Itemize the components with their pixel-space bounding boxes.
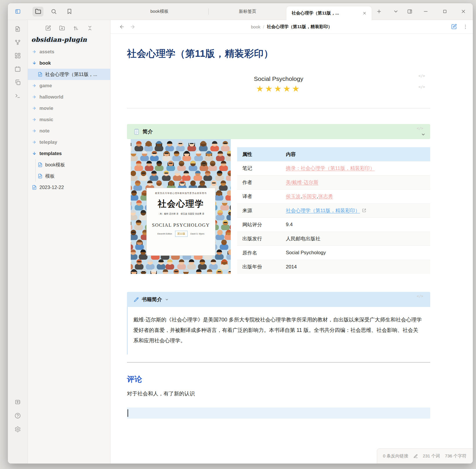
breadcrumb-folder[interactable]: book bbox=[251, 24, 261, 29]
tree-item-folder[interactable]: teleplay bbox=[28, 137, 110, 148]
more-options-icon[interactable] bbox=[463, 24, 468, 30]
canvas-icon[interactable] bbox=[12, 49, 23, 62]
arrow-right-icon bbox=[32, 83, 37, 88]
maximize-icon[interactable] bbox=[439, 6, 450, 16]
tree-item-label: templates bbox=[39, 151, 62, 156]
tab-book-template[interactable]: book模板 bbox=[110, 3, 208, 20]
book-cover-card: 教育部高等学校心理学教学指导委员会推荐用书 社会心理学 〔美〕戴维·迈尔斯 著 … bbox=[146, 188, 215, 256]
back-icon[interactable] bbox=[119, 24, 125, 30]
property-value: 美/戴维·迈尔斯 bbox=[281, 175, 430, 190]
property-value: 摘录：社会心理学（第11版，精装彩印） bbox=[281, 161, 430, 176]
tree-item-folder[interactable]: note bbox=[28, 125, 110, 137]
tree-item-file[interactable]: 社会心理学（第11版，... bbox=[28, 69, 110, 80]
minimize-icon[interactable] bbox=[420, 6, 431, 16]
internal-link[interactable]: 摘录：社会心理学（第11版，精装彩印） bbox=[286, 166, 375, 171]
properties-table: 属性内容笔记摘录：社会心理学（第11版，精装彩印）作者美/戴维·迈尔斯译者侯玉波… bbox=[237, 147, 430, 274]
forward-icon[interactable] bbox=[130, 24, 135, 30]
book-intro-callout-label: 书籍简介 bbox=[142, 296, 162, 303]
internal-link[interactable]: 乐国安 bbox=[302, 194, 317, 199]
help-icon[interactable] bbox=[12, 409, 23, 422]
property-label: 笔记 bbox=[237, 161, 281, 176]
internal-link[interactable]: 张志勇 bbox=[318, 194, 333, 199]
tree-item-label: teleplay bbox=[39, 139, 57, 145]
tab-active-note[interactable]: 社会心理学（第11版，... bbox=[286, 6, 372, 20]
internal-link[interactable]: 侯玉波 bbox=[286, 194, 301, 199]
arrow-right-icon bbox=[32, 49, 37, 54]
tab-strip: book模板 新标签页 社会心理学（第11版，... bbox=[110, 3, 473, 20]
internal-link[interactable]: 美/戴维·迈尔斯 bbox=[286, 180, 318, 185]
graph-view-icon[interactable] bbox=[12, 36, 23, 49]
settings-icon[interactable] bbox=[12, 422, 23, 436]
comment-text: 对于社会和人，有了新的认识 bbox=[127, 390, 430, 397]
tree-item-file[interactable]: book模板 bbox=[28, 159, 110, 170]
editor-active-line[interactable] bbox=[127, 408, 430, 419]
edit-code-block-icon[interactable]: </> bbox=[417, 126, 423, 130]
sort-order-icon[interactable] bbox=[70, 24, 82, 32]
divider bbox=[127, 108, 430, 108]
tab-new[interactable]: 新标签页 bbox=[209, 3, 286, 20]
tree-item-folder[interactable]: book bbox=[28, 57, 110, 69]
tree-item-folder[interactable]: music bbox=[28, 114, 110, 125]
search-icon[interactable] bbox=[48, 7, 59, 17]
chevron-down-icon[interactable] bbox=[165, 298, 169, 301]
backlinks-count[interactable]: 0 条反向链接 bbox=[383, 453, 408, 459]
vault-title[interactable]: obsidian-plugin bbox=[31, 36, 110, 43]
tree-item-folder[interactable]: templates bbox=[28, 148, 110, 159]
tree-item-label: 2023-12-22 bbox=[39, 185, 64, 190]
tree-item-label: 社会心理学（第11版，... bbox=[45, 71, 97, 78]
page-title: 社会心理学（第11版，精装彩印） bbox=[127, 47, 430, 60]
close-icon[interactable] bbox=[458, 6, 469, 16]
notepad-icon bbox=[133, 128, 140, 135]
tab-list-chevron-icon[interactable] bbox=[390, 6, 401, 16]
external-link-icon bbox=[362, 208, 366, 212]
tree-item-file[interactable]: 2023-12-22 bbox=[28, 182, 110, 193]
toggle-left-sidebar-icon[interactable] bbox=[12, 7, 23, 17]
arrow-down-icon bbox=[32, 151, 37, 156]
intro-callout-header[interactable]: 简介 </> bbox=[127, 124, 430, 139]
edit-code-block-icon[interactable]: </> bbox=[417, 294, 423, 298]
collapse-all-icon[interactable] bbox=[84, 24, 96, 32]
arrow-down-icon bbox=[32, 61, 37, 66]
new-tab-icon[interactable] bbox=[373, 6, 384, 16]
close-icon[interactable] bbox=[361, 10, 368, 17]
edit-code-block-icon[interactable]: </> bbox=[418, 74, 425, 78]
terminal-icon[interactable] bbox=[12, 89, 23, 102]
bookmark-icon[interactable] bbox=[64, 7, 75, 17]
edit-code-block-icon[interactable]: </> bbox=[418, 85, 425, 89]
property-label: 出版年份 bbox=[237, 260, 281, 274]
tree-item-file[interactable]: 模板 bbox=[28, 170, 110, 182]
arrow-right-icon bbox=[32, 106, 37, 111]
folder-icon[interactable] bbox=[32, 7, 43, 17]
edit-mode-icon[interactable] bbox=[451, 24, 457, 30]
table-header: 内容 bbox=[281, 147, 430, 161]
intro-callout-label: 简介 bbox=[143, 128, 153, 135]
status-bar: 0 条反向链接 231 个词 736 个字符 bbox=[377, 448, 473, 463]
toggle-right-sidebar-icon[interactable] bbox=[404, 6, 415, 16]
tree-item-folder[interactable]: movie bbox=[28, 103, 110, 114]
tree-item-folder[interactable]: halloworld bbox=[28, 91, 110, 103]
templates-icon[interactable] bbox=[12, 76, 23, 89]
table-row: 笔记摘录：社会心理学（第11版，精装彩印） bbox=[237, 161, 430, 176]
table-row: 来源社会心理学（第11版，精装彩印） bbox=[237, 203, 430, 218]
breadcrumb-title[interactable]: 社会心理学（第11版，精装彩印） bbox=[267, 24, 332, 30]
value-text: 人民邮电出版社 bbox=[286, 236, 320, 241]
cover-recommendation: 教育部高等学校心理学教学指导委员会推荐用书 bbox=[147, 192, 215, 195]
arrow-right-icon bbox=[32, 94, 37, 99]
new-note-icon[interactable] bbox=[42, 24, 54, 32]
new-folder-icon[interactable] bbox=[56, 24, 68, 32]
external-link[interactable]: 社会心理学（第11版，精装彩印） bbox=[286, 208, 360, 213]
property-label: 原作名 bbox=[237, 246, 281, 260]
chevron-down-icon[interactable] bbox=[421, 132, 426, 137]
property-value: 社会心理学（第11版，精装彩印） bbox=[281, 203, 430, 218]
quick-switcher-icon[interactable] bbox=[12, 22, 23, 36]
table-row: 网站评分9.4 bbox=[237, 218, 430, 232]
property-value: 侯玉波,乐国安,张志勇 bbox=[281, 190, 430, 204]
calendar-icon[interactable] bbox=[12, 62, 23, 76]
tree-item-folder[interactable]: game bbox=[28, 80, 110, 91]
property-label: 网站评分 bbox=[237, 218, 281, 232]
document-icon bbox=[38, 162, 43, 167]
tab-label: 新标签页 bbox=[239, 9, 256, 14]
tree-item-folder[interactable]: assets bbox=[28, 46, 110, 57]
book-intro-callout-header[interactable]: 书籍简介 </> bbox=[127, 292, 430, 307]
vault-switcher-icon[interactable] bbox=[12, 395, 23, 409]
